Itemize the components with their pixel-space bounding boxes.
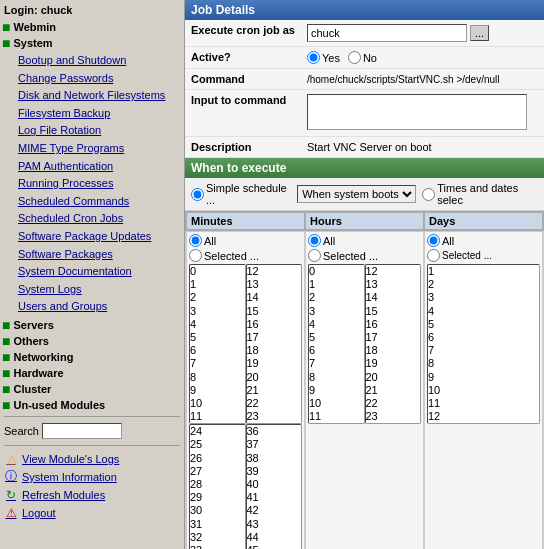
job-details-header: Job Details	[185, 0, 544, 20]
refresh-modules-action[interactable]: ↻ Refresh Modules	[2, 486, 182, 504]
sidebar-item-cluster[interactable]: ■ Cluster	[2, 382, 182, 396]
yes-label: Yes	[322, 52, 340, 64]
simple-schedule-text: Simple schedule ...	[206, 182, 291, 206]
system-label: System	[13, 37, 52, 49]
networking-label: Networking	[13, 351, 73, 363]
sidebar-item-bootup[interactable]: Bootup and Shutdown	[2, 52, 182, 70]
browse-button[interactable]: ...	[470, 25, 489, 41]
view-logs-label: View Module's Logs	[22, 453, 119, 465]
sidebar-divider	[4, 416, 180, 417]
times-dates-radio[interactable]	[422, 188, 435, 201]
minutes-list[interactable]: 01234 56789 1011 1213141516 1718192021 2…	[189, 264, 302, 549]
sidebar-item-processes[interactable]: Running Processes	[2, 175, 182, 193]
sidebar-item-cron-jobs[interactable]: Scheduled Cron Jobs	[2, 210, 182, 228]
sidebar-divider2	[4, 445, 180, 446]
hours-all-label: All	[323, 235, 335, 247]
sidebar-item-logrotation[interactable]: Log File Rotation	[2, 122, 182, 140]
view-logs-action[interactable]: △ View Module's Logs	[2, 450, 182, 468]
sidebar-item-others[interactable]: ■ Others	[2, 334, 182, 348]
minutes-all-radio[interactable]	[189, 234, 202, 247]
system-info-label: System Information	[22, 471, 117, 483]
minutes-selected-row: Selected ...	[189, 249, 302, 262]
days-all-radio[interactable]	[427, 234, 440, 247]
sidebar-item-networking[interactable]: ■ Networking	[2, 350, 182, 364]
unused-icon: ■	[2, 398, 10, 412]
cluster-label: Cluster	[13, 383, 51, 395]
days-selected-label: Selected ...	[442, 250, 492, 261]
sidebar-item-hardware[interactable]: ■ Hardware	[2, 366, 182, 380]
hours-col: All Selected ... 01234 56789 1011 121314…	[305, 231, 424, 549]
no-label: No	[363, 52, 377, 64]
hours-list[interactable]: 01234 56789 1011 1213141516 1718192021 2…	[308, 264, 421, 424]
command-label: Command	[185, 69, 301, 90]
no-radio-label[interactable]: No	[348, 51, 377, 64]
sidebar-item-users-groups[interactable]: Users and Groups	[2, 298, 182, 316]
minutes-all-row: All	[189, 234, 302, 247]
description-label: Description	[185, 137, 301, 158]
command-row: Command /home/chuck/scripts/StartVNC.sh …	[185, 69, 544, 90]
when-to-execute-header: When to execute	[185, 158, 544, 178]
sidebar-item-packages[interactable]: Software Packages	[2, 246, 182, 264]
sidebar-item-backup[interactable]: Filesystem Backup	[2, 105, 182, 123]
command-value: /home/chuck/scripts/StartVNC.sh >/dev/nu…	[307, 74, 500, 85]
webmin-icon: ■	[2, 20, 10, 34]
yes-radio[interactable]	[307, 51, 320, 64]
input-textarea[interactable]	[307, 94, 527, 130]
sidebar-item-unused[interactable]: ■ Un-used Modules	[2, 398, 182, 412]
sidebar-item-pam[interactable]: PAM Authentication	[2, 158, 182, 176]
minutes-listbox-3[interactable]: 2425262728 2930313233 3435	[189, 424, 246, 549]
hardware-label: Hardware	[13, 367, 63, 379]
hours-listbox-2[interactable]: 1213141516 1718192021 2223	[365, 264, 422, 424]
sidebar-item-sys-doc[interactable]: System Documentation	[2, 263, 182, 281]
cluster-icon: ■	[2, 382, 10, 396]
hours-all-radio[interactable]	[308, 234, 321, 247]
times-dates-text: Times and dates selec	[437, 182, 538, 206]
networking-icon: ■	[2, 350, 10, 364]
hours-selected-label: Selected ...	[323, 250, 378, 262]
job-details-table: Execute cron job as ... Active? Yes No	[185, 20, 544, 158]
schedule-select[interactable]: When system boots	[297, 185, 416, 203]
minutes-listbox-2[interactable]: 1213141516 1718192021 2223	[246, 264, 303, 424]
hours-header: Hours	[305, 212, 424, 230]
simple-schedule-label[interactable]: Simple schedule ...	[191, 182, 291, 206]
hours-listbox-1[interactable]: 01234 56789 1011	[308, 264, 365, 424]
input-row: Input to command	[185, 90, 544, 137]
minutes-listbox-1[interactable]: 01234 56789 1011	[189, 264, 246, 424]
sidebar-item-scheduled-commands[interactable]: Scheduled Commands	[2, 193, 182, 211]
logout-action[interactable]: ⚠ Logout	[2, 504, 182, 522]
sidebar-item-system[interactable]: ■ System	[2, 36, 182, 50]
days-selected-radio[interactable]	[427, 249, 440, 262]
servers-label: Servers	[13, 319, 53, 331]
execute-as-input[interactable]	[307, 24, 467, 42]
minutes-header: Minutes	[186, 212, 305, 230]
sidebar-item-passwords[interactable]: Change Passwords	[2, 70, 182, 88]
sidebar: Login: chuck ■ Webmin ■ System Bootup an…	[0, 0, 185, 549]
sidebar-item-servers[interactable]: ■ Servers	[2, 318, 182, 332]
days-selected-row: Selected ...	[427, 249, 540, 262]
simple-schedule-radio[interactable]	[191, 188, 204, 201]
servers-icon: ■	[2, 318, 10, 332]
hours-all-row: All	[308, 234, 421, 247]
refresh-icon: ↻	[4, 488, 18, 502]
active-label: Active?	[185, 47, 301, 69]
no-radio[interactable]	[348, 51, 361, 64]
info-icon: ⓘ	[4, 470, 18, 484]
active-radio-group: Yes No	[307, 51, 538, 64]
sidebar-item-pkg-updates[interactable]: Software Package Updates	[2, 228, 182, 246]
sidebar-item-webmin[interactable]: ■ Webmin	[2, 20, 182, 34]
sidebar-item-sys-logs[interactable]: System Logs	[2, 281, 182, 299]
times-dates-label[interactable]: Times and dates selec	[422, 182, 538, 206]
days-all-row: All	[427, 234, 540, 247]
hours-selected-radio[interactable]	[308, 249, 321, 262]
system-info-action[interactable]: ⓘ System Information	[2, 468, 182, 486]
days-header: Days	[424, 212, 543, 230]
minutes-selected-label: Selected ...	[204, 250, 259, 262]
sidebar-item-mime[interactable]: MIME Type Programs	[2, 140, 182, 158]
yes-radio-label[interactable]: Yes	[307, 51, 340, 64]
days-listbox[interactable]: 12345 678910 1112	[427, 264, 540, 424]
warning-icon: △	[4, 452, 18, 466]
search-input[interactable]	[42, 423, 122, 439]
minutes-selected-radio[interactable]	[189, 249, 202, 262]
minutes-listbox-4[interactable]: 3637383940 4142434445 4647	[246, 424, 303, 549]
sidebar-item-disk[interactable]: Disk and Network Filesystems	[2, 87, 182, 105]
